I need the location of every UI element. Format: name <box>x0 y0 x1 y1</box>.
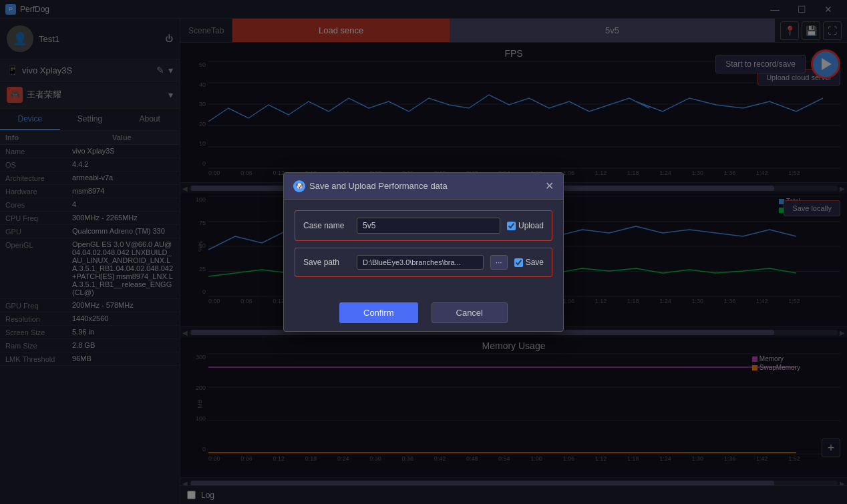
modal-dialog: 🐶 Save and Upload Performance data ✕ Cas… <box>283 172 564 332</box>
save-path-input[interactable] <box>357 255 484 270</box>
case-name-row: Case name Upload <box>295 210 552 241</box>
save-checkbox[interactable] <box>514 258 523 267</box>
modal-close-button[interactable]: ✕ <box>545 180 554 192</box>
modal-header: 🐶 Save and Upload Performance data ✕ <box>284 173 563 200</box>
case-name-label: Case name <box>303 221 350 230</box>
modal-overlay: 🐶 Save and Upload Performance data ✕ Cas… <box>0 0 847 504</box>
save-path-row: Save path ··· Save <box>295 248 552 277</box>
modal-title-text: Save and Upload Performance data <box>309 181 448 191</box>
upload-label-text: Upload <box>518 221 544 230</box>
upload-checkbox[interactable] <box>507 222 516 230</box>
save-label-text: Save <box>526 258 544 267</box>
case-name-input[interactable] <box>357 218 500 234</box>
cancel-button[interactable]: Cancel <box>432 302 508 323</box>
modal-footer: Confirm Cancel <box>284 294 563 331</box>
modal-body: Case name Upload Save path ··· Save <box>284 200 563 294</box>
modal-icon: 🐶 <box>293 180 305 192</box>
browse-button[interactable]: ··· <box>490 255 508 270</box>
upload-checkbox-label: Upload <box>507 221 544 230</box>
modal-title: 🐶 Save and Upload Performance data <box>293 180 448 192</box>
confirm-button[interactable]: Confirm <box>339 302 418 323</box>
save-path-label: Save path <box>303 258 350 267</box>
save-checkbox-label: Save <box>514 258 544 267</box>
